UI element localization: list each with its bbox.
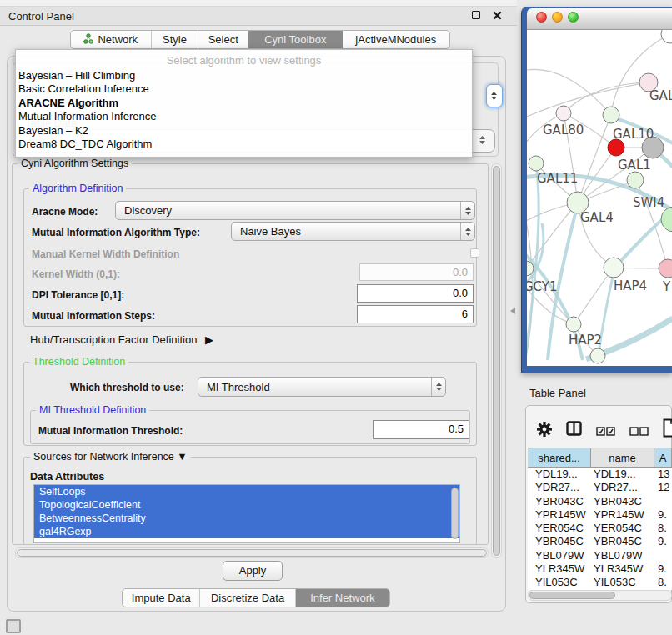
docked-panel-icon[interactable] xyxy=(6,619,21,633)
screen: { "control_panel": { "title": "Control P… xyxy=(0,0,672,635)
select-all-checkboxes-icon[interactable] xyxy=(596,426,615,438)
minimize-traffic-light[interactable] xyxy=(552,12,563,22)
combo-value: Discovery xyxy=(116,204,460,217)
node-label: GAL10 xyxy=(613,127,654,142)
network-node[interactable] xyxy=(566,317,581,332)
table-row[interactable]: YIL053CYIL053C8. xyxy=(528,576,672,589)
network-node[interactable] xyxy=(556,106,571,121)
network-edge[interactable] xyxy=(527,82,649,119)
network-window-titlebar[interactable] xyxy=(527,8,672,30)
dropdown-item[interactable]: Basic Correlation Inference xyxy=(16,82,472,96)
node-label: SWI4 xyxy=(633,195,664,210)
list-item[interactable]: BetweennessCentrality xyxy=(34,512,459,525)
tab-cyni-toolbox[interactable]: Cyni Toolbox xyxy=(248,31,343,48)
table-row[interactable]: YBL079WYBL079W xyxy=(528,549,672,562)
tab-network[interactable]: Network xyxy=(71,31,152,48)
table-hscrollbar[interactable] xyxy=(528,590,672,601)
network-graph: GALGAL80GAL10GAL1SWI4GAL11GAL4GCY1HAP4YH… xyxy=(527,30,672,366)
table-panel-title: Table Panel xyxy=(529,387,586,399)
dropdown-item[interactable]: Dream8 DC_TDC Algorithm xyxy=(16,138,472,151)
manual-kernel-checkbox[interactable] xyxy=(470,248,479,258)
network-node[interactable] xyxy=(659,259,672,278)
dropdown-item[interactable]: Mutual Information Inference xyxy=(16,110,472,123)
algorithm-combo-focused[interactable] xyxy=(486,84,503,108)
close-icon[interactable] xyxy=(493,10,502,22)
table-row[interactable]: YDR27...YDR27...12 xyxy=(528,481,672,494)
table-cell: 13 xyxy=(654,468,672,481)
tab-style[interactable]: Style xyxy=(152,31,199,48)
table-cell: 9. xyxy=(654,508,672,522)
node-label: HAP2 xyxy=(569,332,602,348)
float-panel-icon[interactable] xyxy=(472,11,480,19)
list-scrollbar[interactable] xyxy=(451,488,459,539)
kernel-width-field[interactable]: 0.0 xyxy=(359,263,474,281)
dropdown-item[interactable]: Bayesian – K2 xyxy=(16,124,472,138)
zoom-traffic-light[interactable] xyxy=(568,12,579,22)
tab-label: Impute Data xyxy=(132,592,191,604)
aracne-mode-combo[interactable]: Discovery xyxy=(115,201,475,220)
tab-discretize-data[interactable]: Discretize Data xyxy=(200,589,295,607)
network-canvas[interactable]: GALGAL80GAL10GAL1SWI4GAL11GAL4GCY1HAP4YH… xyxy=(527,30,672,366)
table-cell: YLR345W xyxy=(528,562,591,576)
algorithm-dropdown: Select algorithm to view settings Bayesi… xyxy=(15,49,473,158)
which-threshold-combo[interactable]: MI Threshold xyxy=(198,377,446,397)
dropdown-item-selected[interactable]: ARACNE Algorithm xyxy=(16,97,472,110)
node-label: Y xyxy=(662,279,671,294)
list-item[interactable]: TopologicalCoefficient xyxy=(34,498,459,512)
dpi-tolerance-field[interactable]: 0.0 xyxy=(357,284,474,302)
sources-title: Sources for Network Inference xyxy=(33,451,174,462)
combo-spinner-icon xyxy=(460,202,474,219)
combo-spinner-icon xyxy=(460,222,474,240)
tab-select[interactable]: Select xyxy=(198,31,248,48)
columns-icon[interactable] xyxy=(566,421,582,438)
table-row[interactable]: YBR043CYBR043C xyxy=(528,495,672,508)
tab-impute-data[interactable]: Impute Data xyxy=(123,589,200,607)
network-node[interactable] xyxy=(627,172,644,188)
control-panel-title: Control Panel xyxy=(8,10,74,22)
table-row[interactable]: YLR345WYLR345W9. xyxy=(528,562,672,576)
network-node[interactable] xyxy=(661,30,672,43)
group-title: MI Threshold Definition xyxy=(36,404,149,416)
table-cell xyxy=(654,549,672,562)
tab-jactivemnodules[interactable]: jActiveMNodules xyxy=(343,31,449,48)
dropdown-item[interactable]: Bayesian – Hill Climbing xyxy=(16,69,472,82)
sources-toggle[interactable]: Sources for Network Inference ▼ xyxy=(30,451,191,462)
tab-label: Infer Network xyxy=(310,592,374,604)
table-cell: YBL079W xyxy=(528,549,591,562)
gear-icon[interactable] xyxy=(537,422,552,439)
network-node[interactable] xyxy=(661,207,672,232)
node-label: GAL80 xyxy=(543,122,584,138)
column-header-shared-name[interactable]: shared... xyxy=(528,448,591,467)
table-row[interactable]: YDL19...YDL19...13 xyxy=(528,468,672,481)
mi-type-label: Mutual Information Algorithm Type: xyxy=(32,227,200,238)
settings-vscrollbar[interactable] xyxy=(491,163,502,558)
mi-type-combo[interactable]: Naive Bayes xyxy=(231,222,475,241)
mi-threshold-field[interactable]: 0.5 xyxy=(373,420,469,439)
tab-infer-network[interactable]: Infer Network xyxy=(296,589,389,607)
apply-button[interactable]: Apply xyxy=(223,561,283,581)
hub-definition-toggle[interactable]: Hub/Transcription Factor Definition ▶ xyxy=(30,333,213,346)
table-cell: YDL19... xyxy=(528,468,591,481)
network-node[interactable] xyxy=(529,156,544,171)
network-node[interactable] xyxy=(604,258,624,278)
network-node[interactable] xyxy=(608,139,624,156)
table-cell: 12 xyxy=(654,481,672,494)
column-header-name[interactable]: name xyxy=(591,448,654,467)
close-traffic-light[interactable] xyxy=(536,12,547,22)
combo-spinner-icon xyxy=(431,378,445,396)
splitter-handle-icon[interactable] xyxy=(510,308,515,314)
table-row[interactable]: YPR145WYPR145W9. xyxy=(528,508,672,522)
table-row[interactable]: YER054CYER054C8. xyxy=(528,522,672,535)
table-cell: YDR27... xyxy=(591,481,654,494)
deselect-all-checkboxes-icon[interactable] xyxy=(629,426,649,438)
column-header-partial[interactable]: A xyxy=(654,448,672,467)
network-node[interactable] xyxy=(590,348,605,363)
mi-steps-field[interactable]: 6 xyxy=(357,305,474,323)
list-item[interactable]: gal4RGexp xyxy=(34,525,459,538)
table-row[interactable]: YBR045CYBR045C9. xyxy=(528,535,672,548)
network-node[interactable] xyxy=(603,107,619,123)
list-item[interactable]: SelfLoops xyxy=(34,485,459,498)
tab-label: Network xyxy=(98,33,138,46)
new-table-icon[interactable] xyxy=(663,418,672,440)
settings-hscrollbar[interactable] xyxy=(15,548,489,558)
